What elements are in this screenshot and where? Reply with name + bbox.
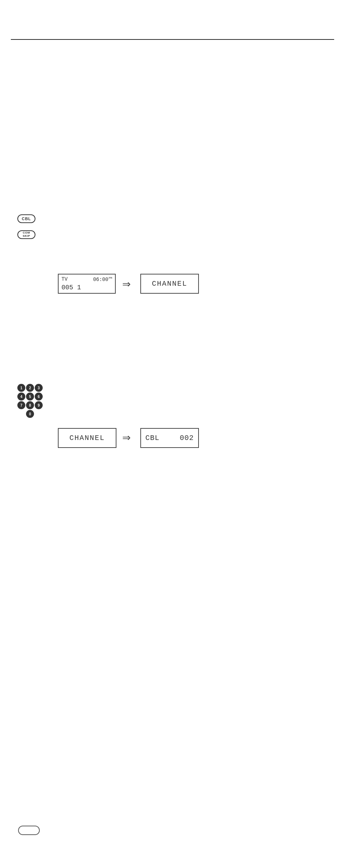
- channel-text-1: CHANNEL: [152, 280, 187, 288]
- numpad-key-8[interactable]: 8: [26, 401, 34, 409]
- numpad-key-9[interactable]: 9: [35, 401, 43, 409]
- top-divider: [11, 39, 334, 40]
- numpad-key-5[interactable]: 5: [26, 393, 34, 401]
- numpad-key-6[interactable]: 6: [35, 393, 43, 401]
- tv-time: 06:00PM: [93, 276, 112, 282]
- bottom-oval-button[interactable]: [18, 826, 40, 835]
- arrow-1: ⇒: [122, 278, 131, 290]
- numpad-key-2[interactable]: 2: [26, 384, 34, 392]
- cbl-002-left: CBL: [145, 434, 159, 442]
- channel-display-screen-2: CHANNEL: [58, 428, 116, 448]
- cbl-label: CBL: [22, 217, 31, 221]
- arrow-2: ⇒: [122, 432, 131, 444]
- cbl-button[interactable]: CBL: [17, 214, 35, 223]
- cbl-002-right: 002: [180, 434, 194, 442]
- tv-screen-top-row: TV 06:00PM: [61, 276, 112, 282]
- tv-screen-bottom-row: 005 1: [61, 284, 81, 291]
- com-skip-button[interactable]: COM SKIP: [17, 230, 35, 239]
- com-skip-line2: SKIP: [23, 235, 30, 238]
- numpad-key-7[interactable]: 7: [17, 401, 25, 409]
- numpad-key-4[interactable]: 4: [17, 393, 25, 401]
- tv-display-screen: TV 06:00PM 005 1: [58, 274, 116, 294]
- page: CBL COM SKIP TV 06:00PM 005 1 ⇒ CHANNEL …: [0, 0, 345, 868]
- channel-display-screen-1: CHANNEL: [140, 274, 199, 294]
- cbl-002-display-screen: CBL 002: [140, 428, 199, 448]
- channel-text-2: CHANNEL: [69, 434, 105, 442]
- numpad: 1 2 3 4 5 6 7 8 9 0: [17, 384, 43, 418]
- numpad-key-3[interactable]: 3: [35, 384, 43, 392]
- numpad-key-1[interactable]: 1: [17, 384, 25, 392]
- tv-channel-number: 005 1: [61, 284, 81, 291]
- tv-label: TV: [61, 276, 68, 282]
- numpad-key-0[interactable]: 0: [26, 410, 34, 418]
